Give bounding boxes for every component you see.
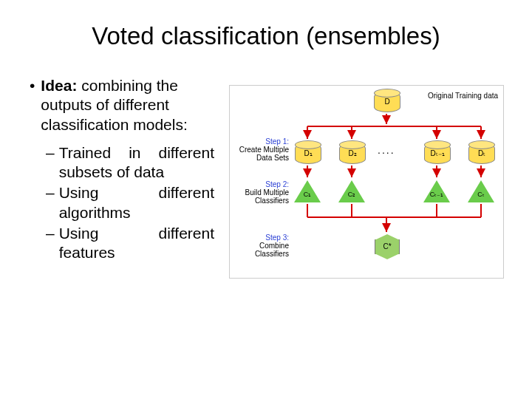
idea-label: Idea:: [41, 77, 77, 94]
step2-label: Step 2: Build Multiple Classifiers: [234, 180, 289, 205]
node-cstar: C*: [375, 239, 400, 254]
content-row: • Idea: combining the outputs of differe…: [30, 76, 502, 279]
step2-text: Build Multiple Classifiers: [245, 188, 289, 205]
sub-bullet-2: – Using different algorithms: [46, 183, 214, 222]
sub-bullet-1: – Trained in different subsets of data: [46, 143, 214, 183]
node-dt: Dₜ: [468, 143, 495, 164]
step3-label: Step 3: Combine Classifiers: [234, 233, 289, 258]
node-c1: C₁: [294, 180, 321, 202]
node-ct: Cₜ: [468, 180, 494, 202]
c2-label: C₂: [344, 191, 359, 198]
dash-icon: –: [46, 143, 55, 183]
node-d1: D₁: [295, 143, 321, 164]
node-c2: C₂: [338, 180, 365, 202]
node-ct1: Cₜ₋₁: [423, 180, 450, 202]
sub-bullet-text: Using different features: [59, 224, 214, 263]
node-dt1: Dₜ₋₁: [424, 143, 451, 164]
bullet-dot: •: [30, 76, 35, 134]
text-column: • Idea: combining the outputs of differe…: [30, 76, 214, 279]
dash-icon: –: [46, 224, 55, 263]
step2-blue: Step 2:: [265, 180, 289, 188]
dots-icon: ····: [378, 146, 395, 158]
step3-text: Combine Classifiers: [255, 242, 289, 258]
node-d: D: [374, 92, 400, 112]
diagram-column: D Original Training data Step 1: Create …: [229, 85, 502, 279]
sub-bullet-text: Trained in different subsets of data: [59, 143, 214, 183]
step3-blue: Step 3:: [265, 233, 289, 242]
sub-bullet-3: – Using different features: [46, 224, 214, 263]
main-bullet: • Idea: combining the outputs of differe…: [30, 76, 214, 134]
ensemble-diagram: D Original Training data Step 1: Create …: [229, 85, 504, 279]
c1-label: C₁: [300, 191, 315, 198]
orig-label: Original Training data: [428, 92, 498, 100]
dash-icon: –: [46, 183, 55, 222]
step1-blue: Step 1:: [265, 137, 289, 146]
node-d2: D₂: [339, 143, 366, 164]
step1-label: Step 1: Create Multiple Data Sets: [234, 137, 289, 162]
ct-label: Cₜ: [474, 191, 488, 198]
slide-title: Voted classification (ensembles): [30, 22, 502, 50]
ct1-label: Cₜ₋₁: [429, 191, 444, 198]
sub-bullet-text: Using different algorithms: [59, 183, 214, 222]
step1-text: Create Multiple Data Sets: [239, 146, 289, 162]
